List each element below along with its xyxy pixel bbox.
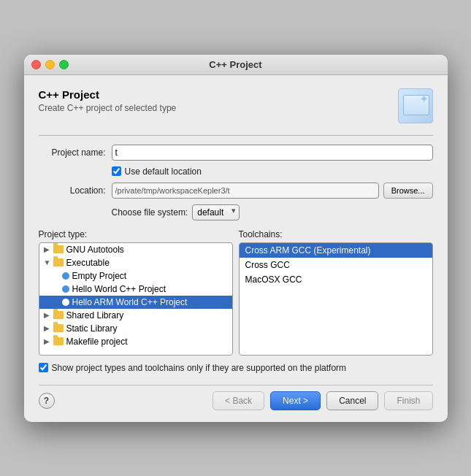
toolchain-item-cross-gcc[interactable]: Cross GCC <box>240 258 432 272</box>
wizard-icon: ✦ <box>398 88 433 123</box>
next-button[interactable]: Next > <box>270 391 321 410</box>
tree-item-executable[interactable]: ▼ Executable <box>39 256 232 269</box>
sparkle-icon: ✦ <box>419 92 429 106</box>
cross-arm-gcc-label: Cross ARM GCC (Experimental) <box>245 245 371 256</box>
tree-item-gnu-autotools[interactable]: ▶ GNU Autotools <box>39 243 232 256</box>
window-controls <box>31 60 69 69</box>
makefile-project-folder-icon <box>53 337 64 345</box>
executable-folder-icon <box>53 258 64 266</box>
static-library-arrow: ▶ <box>44 324 51 332</box>
minimize-button[interactable] <box>45 60 55 69</box>
close-button[interactable] <box>31 60 41 69</box>
maximize-button[interactable] <box>59 60 69 69</box>
toolchains-panel: Toolchains: Cross ARM GCC (Experimental)… <box>239 229 433 356</box>
project-name-input[interactable] <box>112 145 433 161</box>
cancel-button[interactable]: Cancel <box>326 391 378 410</box>
makefile-project-label: Makefile project <box>66 337 128 347</box>
finish-button[interactable]: Finish <box>384 391 432 410</box>
toolchain-item-cross-arm-gcc[interactable]: Cross ARM GCC (Experimental) <box>240 243 432 258</box>
filesystem-select[interactable]: default <box>192 204 240 220</box>
titlebar: C++ Project <box>24 55 448 75</box>
project-type-tree: ▶ GNU Autotools ▼ Executable Empty Proje… <box>39 242 233 356</box>
wizard-subtitle: Create C++ project of selected type <box>39 103 177 113</box>
use-default-location-label: Use default location <box>125 166 202 177</box>
tree-item-makefile-project[interactable]: ▶ Makefile project <box>39 335 232 348</box>
filesystem-select-wrapper: default <box>192 204 240 220</box>
button-row: ? < Back Next > Cancel Finish <box>39 385 433 410</box>
static-library-folder-icon <box>53 324 64 332</box>
empty-project-icon <box>62 272 69 280</box>
header-separator <box>39 135 433 136</box>
toolchains-list: Cross ARM GCC (Experimental) Cross GCC M… <box>239 242 433 356</box>
browse-button[interactable]: Browse... <box>383 183 433 199</box>
show-supported-row: Show project types and toolchains only i… <box>39 363 433 373</box>
hello-world-cpp-label: Hello World C++ Project <box>72 284 166 294</box>
gnu-autotools-arrow: ▶ <box>44 245 51 253</box>
wizard-title: C++ Project <box>39 88 177 101</box>
tree-item-hello-arm-world[interactable]: Hello ARM World C++ Project <box>39 296 232 309</box>
project-type-label: Project type: <box>39 229 233 239</box>
location-input[interactable] <box>112 183 379 199</box>
macosx-gcc-label: MacOSX GCC <box>245 275 302 285</box>
tree-item-shared-library[interactable]: ▶ Shared Library <box>39 309 232 322</box>
toolchain-item-macosx-gcc[interactable]: MacOSX GCC <box>240 272 432 287</box>
project-name-label: Project name: <box>39 147 112 158</box>
help-button[interactable]: ? <box>39 393 55 409</box>
tree-item-hello-world-cpp[interactable]: Hello World C++ Project <box>39 283 232 296</box>
show-supported-label: Show project types and toolchains only i… <box>52 363 347 373</box>
static-library-label: Static Library <box>66 323 118 334</box>
tree-item-empty-project[interactable]: Empty Project <box>39 269 232 283</box>
executable-arrow: ▼ <box>44 258 51 266</box>
location-label: Location: <box>39 185 112 196</box>
hello-arm-world-label: Hello ARM World C++ Project <box>72 297 188 307</box>
location-row: Location: Browse... <box>39 183 433 199</box>
toolchains-label: Toolchains: <box>239 229 433 239</box>
shared-library-folder-icon <box>53 311 64 319</box>
executable-label: Executable <box>66 258 110 268</box>
main-window: C++ Project C++ Project Create C++ proje… <box>24 55 448 422</box>
shared-library-label: Shared Library <box>66 310 124 320</box>
tree-item-static-library[interactable]: ▶ Static Library <box>39 322 232 335</box>
makefile-project-arrow: ▶ <box>44 337 51 345</box>
cross-gcc-label: Cross GCC <box>245 260 290 270</box>
project-type-panel: Project type: ▶ GNU Autotools ▼ Executab… <box>39 229 233 356</box>
window-title: C++ Project <box>209 59 261 70</box>
shared-library-arrow: ▶ <box>44 311 51 319</box>
hello-arm-world-icon <box>62 299 69 306</box>
wizard-header: C++ Project Create C++ project of select… <box>39 88 433 123</box>
hello-world-cpp-icon <box>62 285 69 293</box>
empty-project-label: Empty Project <box>72 271 127 281</box>
project-name-row: Project name: <box>39 145 433 161</box>
dialog-content: C++ Project Create C++ project of select… <box>24 75 448 422</box>
use-default-location-row: Use default location <box>112 166 433 177</box>
panels-row: Project type: ▶ GNU Autotools ▼ Executab… <box>39 229 433 356</box>
use-default-location-checkbox[interactable] <box>112 166 121 176</box>
show-supported-checkbox[interactable] <box>39 363 48 372</box>
filesystem-row: Choose file system: default <box>39 204 433 220</box>
wizard-header-text: C++ Project Create C++ project of select… <box>39 88 177 113</box>
filesystem-label: Choose file system: <box>112 207 188 218</box>
gnu-autotools-folder-icon <box>53 245 64 253</box>
back-button[interactable]: < Back <box>212 391 264 410</box>
gnu-autotools-label: GNU Autotools <box>66 245 124 255</box>
